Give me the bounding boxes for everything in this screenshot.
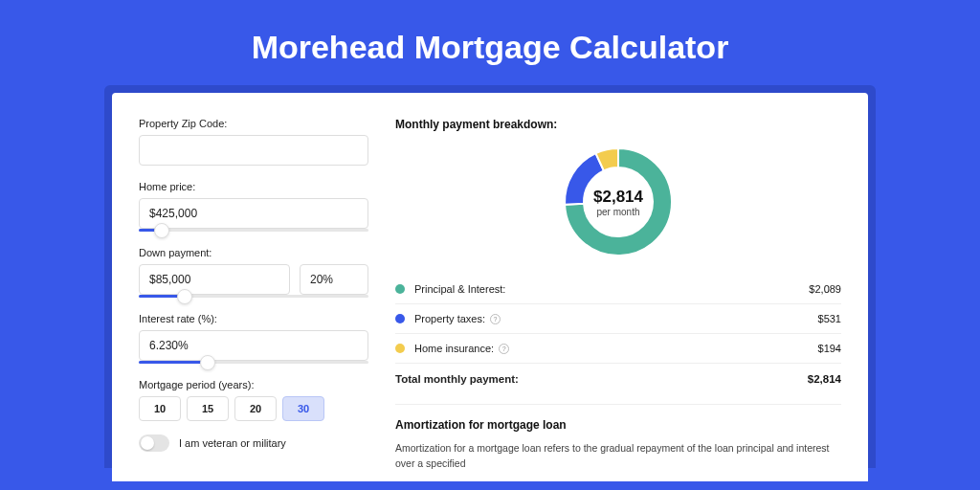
period-option-15[interactable]: 15	[187, 396, 229, 421]
info-icon[interactable]: ?	[499, 344, 509, 354]
legend-value: $531	[818, 313, 841, 324]
interest-rate-input[interactable]	[139, 330, 368, 361]
zip-input[interactable]	[139, 135, 368, 166]
interest-rate-label: Interest rate (%):	[139, 313, 368, 324]
total-row: Total monthly payment: $2,814	[395, 363, 841, 394]
field-interest-rate: Interest rate (%):	[139, 313, 368, 364]
legend-row: Property taxes:?$531	[395, 303, 841, 333]
calculator-card: Property Zip Code: Home price: Down paym…	[112, 93, 868, 481]
total-value: $2,814	[808, 373, 841, 385]
amortization-title: Amortization for mortgage loan	[395, 418, 841, 432]
legend-dot	[395, 284, 405, 294]
legend-dot	[395, 344, 405, 353]
amortization-section: Amortization for mortgage loan Amortizat…	[395, 404, 841, 472]
amortization-text: Amortization for a mortgage loan refers …	[395, 441, 841, 472]
donut-sub: per month	[596, 207, 639, 217]
home-price-slider[interactable]	[139, 229, 368, 232]
breakdown-panel: Monthly payment breakdown: $2,814 per mo…	[395, 118, 841, 472]
donut-amount: $2,814	[593, 188, 643, 207]
legend-label: Home insurance:?	[414, 343, 818, 354]
veteran-label: I am veteran or military	[179, 437, 286, 449]
period-options: 10152030	[139, 396, 368, 421]
legend-row: Home insurance:?$194	[395, 333, 841, 363]
slider-handle[interactable]	[200, 355, 215, 370]
field-down-payment: Down payment:	[139, 247, 368, 298]
donut-chart: $2,814 per month	[395, 145, 841, 259]
period-label: Mortgage period (years):	[139, 379, 368, 390]
down-payment-pct-input[interactable]	[300, 264, 368, 295]
period-option-10[interactable]: 10	[139, 396, 181, 421]
legend-value: $2,089	[809, 283, 841, 295]
slider-handle[interactable]	[177, 289, 192, 304]
legend-value: $194	[818, 343, 841, 354]
period-option-20[interactable]: 20	[234, 396, 277, 421]
zip-label: Property Zip Code:	[139, 118, 368, 129]
legend-label: Principal & Interest:	[414, 283, 809, 295]
interest-rate-slider[interactable]	[139, 361, 368, 364]
info-icon[interactable]: ?	[490, 314, 501, 324]
home-price-label: Home price:	[139, 181, 368, 192]
total-label: Total monthly payment:	[395, 373, 808, 385]
legend-row: Principal & Interest:$2,089	[395, 275, 841, 303]
veteran-toggle[interactable]	[139, 434, 169, 452]
input-panel: Property Zip Code: Home price: Down paym…	[139, 118, 368, 472]
field-period: Mortgage period (years): 10152030	[139, 379, 368, 421]
down-payment-label: Down payment:	[139, 247, 368, 258]
slider-handle[interactable]	[154, 223, 169, 238]
veteran-row: I am veteran or military	[139, 434, 368, 452]
toggle-knob	[141, 436, 154, 450]
down-payment-slider[interactable]	[139, 295, 368, 298]
breakdown-title: Monthly payment breakdown:	[395, 118, 841, 131]
field-home-price: Home price:	[139, 181, 368, 232]
period-option-30[interactable]: 30	[282, 396, 324, 421]
legend-label: Property taxes:?	[414, 313, 818, 324]
down-payment-input[interactable]	[139, 264, 290, 295]
page-title: Morehead Mortgage Calculator	[0, 29, 980, 66]
legend-dot	[395, 314, 405, 323]
legend: Principal & Interest:$2,089Property taxe…	[395, 275, 841, 363]
field-zip: Property Zip Code:	[139, 118, 368, 166]
home-price-input[interactable]	[139, 198, 368, 229]
